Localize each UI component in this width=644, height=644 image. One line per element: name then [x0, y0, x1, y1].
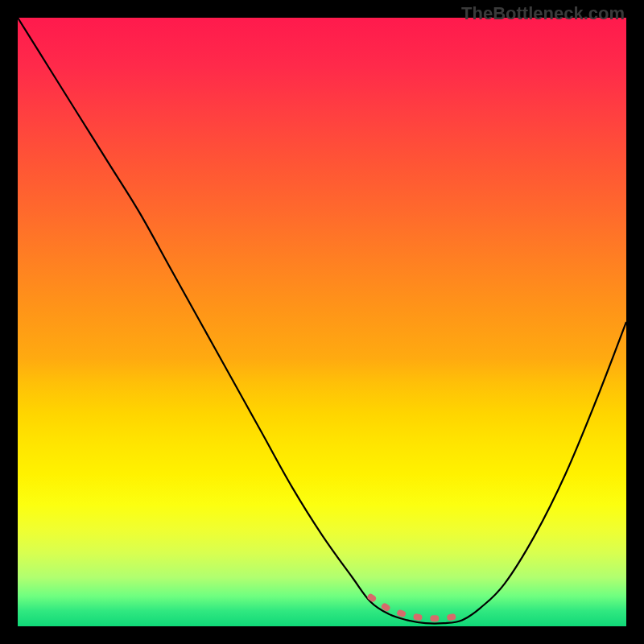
chart-plot-area: [18, 18, 626, 626]
optimal-range-marker: [370, 597, 461, 618]
chart-svg-layer: [18, 18, 626, 626]
bottleneck-curve-line: [18, 18, 626, 624]
watermark-text: TheBottleneck.com: [461, 3, 625, 24]
